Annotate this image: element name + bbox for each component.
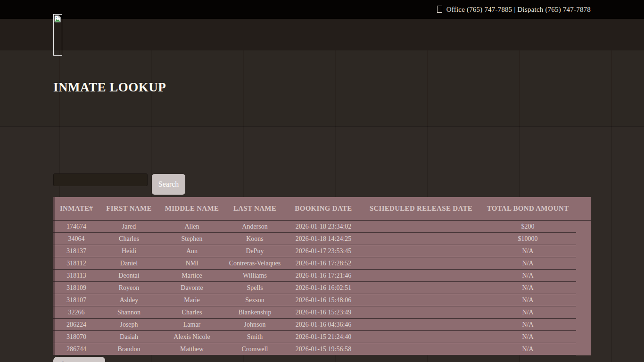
inmate-table-body: 174674JaredAllenAnderson2026-01-18 23:34… <box>53 221 591 355</box>
table-cell: 318070 <box>53 333 99 341</box>
table-cell: Koons <box>225 235 284 243</box>
contact-text: Office (765) 747-7885 | Dispatch (765) 7… <box>446 6 591 14</box>
table-cell: N/A <box>479 247 576 255</box>
table-cell: 174674 <box>53 223 99 230</box>
table-cell: 2026-01-15 19:56:58 <box>284 346 363 353</box>
column-header: MIDDLE NAME <box>158 205 225 213</box>
table-cell: Cromwell <box>225 346 284 353</box>
table-row: 286744BrandonMatthewCromwell2026-01-15 1… <box>53 343 576 355</box>
table-row: 318137HeidiAnnDePuy2026-01-17 23:53:45N/… <box>53 245 576 257</box>
table-cell: 2026-01-16 15:48:06 <box>284 296 363 304</box>
table-cell: N/A <box>479 296 576 304</box>
table-cell: Alexis Nicole <box>158 333 225 341</box>
table-cell: Martice <box>158 272 225 280</box>
column-header: TOTAL BOND AMOUNT <box>479 205 576 213</box>
table-cell: 2026-01-18 14:24:25 <box>284 235 363 243</box>
table-row: 318107AshleyMarieSexson2026-01-16 15:48:… <box>53 294 576 306</box>
table-cell: Royeon <box>99 284 158 292</box>
table-row: 34064CharlesStephenKoons2026-01-18 14:24… <box>53 233 576 245</box>
table-cell: Contreras-Velaques <box>225 260 284 267</box>
column-header: LAST NAME <box>225 205 284 213</box>
table-cell: Stephen <box>158 235 225 243</box>
table-cell: 318109 <box>53 284 99 292</box>
table-cell: 32266 <box>53 309 99 316</box>
table-cell: Joseph <box>99 321 158 329</box>
site-logo[interactable] <box>53 14 62 56</box>
table-cell: Lamar <box>158 321 225 329</box>
column-header: BOOKING DATE <box>284 205 363 213</box>
table-cell: Ashley <box>99 296 158 304</box>
table-cell: 286224 <box>53 321 99 329</box>
table-left-border <box>53 197 55 355</box>
table-cell: N/A <box>479 260 576 267</box>
phone-icon <box>437 6 442 13</box>
column-header: FIRST NAME <box>99 205 158 213</box>
table-cell: Brandon <box>99 346 158 353</box>
table-cell: N/A <box>479 309 576 316</box>
table-cell: Davonte <box>158 284 225 292</box>
table-cell: Charles <box>158 309 225 316</box>
table-cell: $200 <box>479 223 576 230</box>
table-cell: Matthew <box>158 346 225 353</box>
table-cell: DePuy <box>225 247 284 255</box>
table-cell: Smith <box>225 333 284 341</box>
inmate-table: INMATE#FIRST NAMEMIDDLE NAMELAST NAMEBOO… <box>53 197 591 355</box>
table-cell: 2026-01-16 15:23:49 <box>284 309 363 316</box>
table-cell: Blankenship <box>225 309 284 316</box>
table-row: 318070DasiahAlexis NicoleSmith2026-01-15… <box>53 331 576 343</box>
table-cell: N/A <box>479 284 576 292</box>
table-row: 318109RoyeonDavonteSpells2026-01-16 16:0… <box>53 282 576 294</box>
table-row: 318113DeontaiMarticeWilliams2026-01-16 1… <box>53 270 576 282</box>
inmate-table-header-row: INMATE#FIRST NAMEMIDDLE NAMELAST NAMEBOO… <box>53 205 576 213</box>
table-header: INMATE#FIRST NAMEMIDDLE NAMELAST NAMEBOO… <box>53 197 591 221</box>
table-cell: Heidi <box>99 247 158 255</box>
table-cell: Daniel <box>99 260 158 267</box>
table-row: 174674JaredAllenAnderson2026-01-18 23:34… <box>53 221 576 233</box>
table-cell: 2026-01-17 23:53:45 <box>284 247 363 255</box>
table-cell: Williams <box>225 272 284 280</box>
table-cell: 318112 <box>53 260 99 267</box>
table-cell: Anderson <box>225 223 284 230</box>
table-cell: N/A <box>479 321 576 329</box>
table-cell: Spells <box>225 284 284 292</box>
column-header: SCHEDULED RELEASE DATE <box>363 205 479 213</box>
table-cell: 318107 <box>53 296 99 304</box>
table-cell: $10000 <box>479 235 576 243</box>
table-cell: 34064 <box>53 235 99 243</box>
table-cell: Marie <box>158 296 225 304</box>
pagination-prev-button[interactable]: « <box>53 357 105 362</box>
table-cell: Charles <box>99 235 158 243</box>
column-header: INMATE# <box>53 205 99 213</box>
table-cell: 318113 <box>53 272 99 280</box>
table-row: 32266ShannonCharlesBlankenship2026-01-16… <box>53 306 576 319</box>
table-cell: Jared <box>99 223 158 230</box>
table-cell: 2026-01-16 17:21:46 <box>284 272 363 280</box>
table-row: 318112DanielNMIContreras-Velaques2026-01… <box>53 257 576 270</box>
table-cell: 2026-01-15 21:24:40 <box>284 333 363 341</box>
table-cell: 2026-01-16 04:36:46 <box>284 321 363 329</box>
page: Office (765) 747-7885 | Dispatch (765) 7… <box>0 0 644 362</box>
broken-image-icon <box>54 15 61 23</box>
table-cell: Allen <box>158 223 225 230</box>
search-input[interactable] <box>53 173 148 186</box>
table-cell: Johnson <box>225 321 284 329</box>
topbar: Office (765) 747-7885 | Dispatch (765) 7… <box>0 0 644 19</box>
page-title: INMATE LOOKUP <box>53 80 166 95</box>
table-cell: Sexson <box>225 296 284 304</box>
table-cell: N/A <box>479 346 576 353</box>
table-row: 286224JosephLamarJohnson2026-01-16 04:36… <box>53 319 576 331</box>
table-cell: N/A <box>479 272 576 280</box>
table-cell: Dasiah <box>99 333 158 341</box>
table-cell: Deontai <box>99 272 158 280</box>
table-cell: N/A <box>479 333 576 341</box>
nav-band <box>0 19 644 50</box>
table-cell: Ann <box>158 247 225 255</box>
table-cell: 2026-01-18 23:34:02 <box>284 223 363 230</box>
table-cell: NMI <box>158 260 225 267</box>
table-cell: 2026-01-16 16:02:51 <box>284 284 363 292</box>
contact-info: Office (765) 747-7885 | Dispatch (765) 7… <box>437 6 591 14</box>
search-button[interactable]: Search <box>152 174 185 195</box>
table-cell: Shannon <box>99 309 158 316</box>
table-cell: 318137 <box>53 247 99 255</box>
table-cell: 2026-01-16 17:28:52 <box>284 260 363 267</box>
